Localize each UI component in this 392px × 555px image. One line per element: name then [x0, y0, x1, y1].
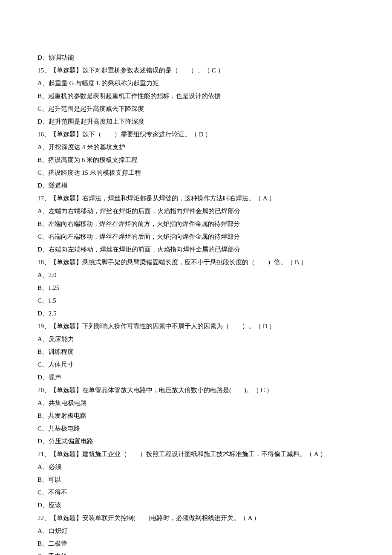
text-line: D、应该	[37, 499, 355, 512]
text-line: C、人体尺寸	[37, 358, 355, 371]
text-line: D、右端向左端移动，焊丝在焊炬的前面，火焰指向焊件金属的已焊部分	[37, 243, 355, 256]
text-line: D、隧道模	[37, 179, 355, 192]
text-line: D、2.5	[37, 307, 355, 320]
text-line: A、左端向右端移动，焊丝在焊炬的后面，火焰指向焊件金属的已焊部分	[37, 205, 355, 217]
text-line: C、手电筒	[37, 550, 355, 555]
text-line: 22、【单选题】安装单联开关控制( )电路时，必须做到相线进开关。（ A ）	[37, 512, 355, 524]
text-line: A、起重量 G 与幅度 L 的乘积称为起重力矩	[37, 77, 355, 90]
text-line: B、搭设高度为 6 米的模板支撑工程	[37, 153, 355, 166]
text-line: D、起升范围是起升高度加上下降深度	[37, 115, 355, 128]
text-line: C、共基极电路	[37, 422, 355, 435]
text-line: 16、【单选题】以下（ ）需要组织专家进行论证。（ D ）	[37, 128, 355, 141]
text-line: B、训练程度	[37, 345, 355, 358]
text-line: A、白炽灯	[37, 524, 355, 537]
text-line: B、共发射极电路	[37, 409, 355, 422]
text-line: B、可以	[37, 473, 355, 486]
text-line: A、反应能力	[37, 332, 355, 345]
text-line: B、1.25	[37, 281, 355, 294]
text-line: C、不得不	[37, 486, 355, 499]
text-line: C、起升范围是起升高度减去下降深度	[37, 102, 355, 115]
text-line: 18、【单选题】悬挑式脚手架的悬臂梁锚固端长度，应不小于悬挑段长度的（ ）倍。（…	[37, 256, 355, 269]
text-line: C、搭设跨度达 15 米的模板支撑工程	[37, 166, 355, 179]
text-line: 17、【单选题】右焊法，焊丝和焊炬都是从焊缝的，这种操作方法叫右焊法。（ A ）	[37, 192, 355, 205]
text-line: A、开挖深度达 4 米的基坑支护	[37, 141, 355, 153]
text-line: 15、【单选题】以下对起重机参数表述错误的是（ ）。（ C ）	[37, 64, 355, 77]
text-line: A、必须	[37, 460, 355, 473]
text-line: D、噪声	[37, 371, 355, 384]
text-line: C、1.5	[37, 294, 355, 307]
text-line: B、左端向右端移动，焊丝在焊炬的前方，火焰指向焊件金属的待焊部分	[37, 217, 355, 230]
text-line: 19、【单选题】下列影响人操作可靠性的因素中不属于人的因素为（ ）。（ D ）	[37, 320, 355, 332]
text-line: 20、【单选题】在单管晶体管放大电路中，电压放大倍数小的电路是( )。（ C ）	[37, 384, 355, 396]
text-line: D、协调功能	[37, 51, 355, 64]
text-line: C、右端向左端移动，焊丝在焊炬的后面，火焰指向焊件金属的待焊部分	[37, 230, 355, 243]
text-line: 21、【单选题】建筑施工企业（ ）按照工程设计图纸和施工技术标准施工，不得偷工减…	[37, 448, 355, 460]
text-line: D、分压式偏置电路	[37, 435, 355, 448]
text-line: A、共集电极电路	[37, 396, 355, 409]
document-body: D、协调功能15、【单选题】以下对起重机参数表述错误的是（ ）。（ C ）A、起…	[37, 51, 355, 555]
text-line: B、二极管	[37, 537, 355, 550]
text-line: B、起重机的参数是表明起重机工作性能的指标，也是设计的依据	[37, 90, 355, 102]
text-line: A、2.0	[37, 269, 355, 281]
